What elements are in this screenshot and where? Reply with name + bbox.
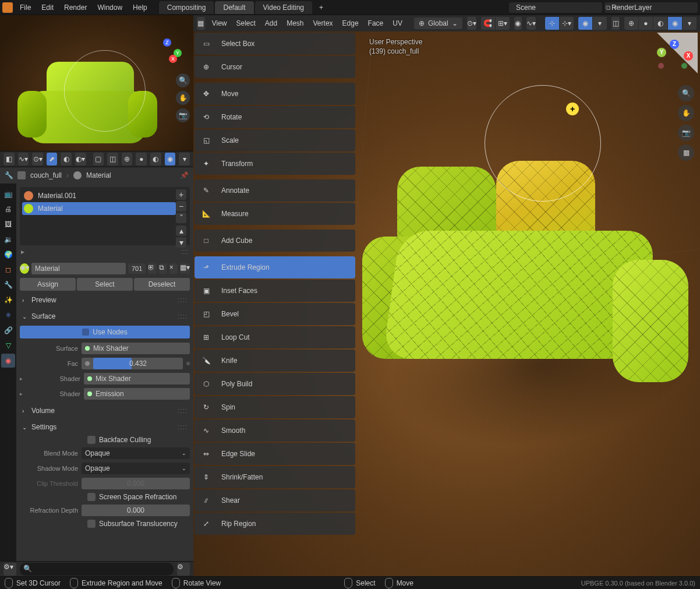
surface-panel-header[interactable]: ⌄ Surface :::: — [20, 309, 190, 323]
gizmo-options-icon[interactable]: ⊹▾ — [560, 17, 574, 30]
axis-x-icon[interactable]: X — [684, 51, 693, 61]
breadcrumb-object[interactable]: couch_full — [30, 171, 62, 179]
add-workspace-button[interactable]: + — [313, 1, 329, 14]
shading-solid-icon[interactable]: ● — [639, 17, 653, 30]
mode-dropdown-icon[interactable]: ∿▾ — [18, 153, 29, 165]
camera-view-icon[interactable]: 📷 — [176, 108, 190, 122]
axis-neg-icon[interactable] — [658, 63, 664, 69]
snap-options-icon[interactable]: ⊞▾ — [496, 17, 510, 30]
viewport-menu-face[interactable]: Face — [366, 19, 386, 27]
tab-data-icon[interactable]: ▽ — [1, 338, 15, 352]
pivot-icon[interactable]: ⊙▾ — [32, 153, 43, 165]
axis-y-icon[interactable]: Y — [657, 48, 666, 57]
orientation-dropdown[interactable]: ⊕ Global ⌄ — [414, 17, 462, 29]
tool-scale[interactable]: ◱Scale — [195, 129, 355, 151]
viewport-menu-select[interactable]: Select — [234, 19, 257, 27]
surface-value[interactable]: Mix Shader — [82, 343, 190, 354]
tool-annotate[interactable]: ✎Annotate — [195, 179, 355, 202]
tool-select-box[interactable]: ▭Select Box — [195, 33, 355, 55]
viewport-menu-edge[interactable]: Edge — [340, 19, 361, 27]
menu-edit[interactable]: Edit — [41, 3, 54, 12]
ssr-checkbox[interactable] — [87, 493, 96, 501]
snap-icon[interactable]: ⬈ — [47, 153, 58, 165]
breadcrumb-material[interactable]: Material — [86, 171, 111, 179]
tool-bevel[interactable]: ◰Bevel — [195, 303, 355, 325]
pin-icon[interactable]: 📌 — [180, 171, 189, 179]
menu-file[interactable]: File — [20, 3, 31, 12]
shading-rendered-icon[interactable]: ◉ — [668, 17, 682, 30]
axis-z-icon[interactable]: Z — [163, 38, 171, 47]
tool-gizmo-circle-icon[interactable] — [485, 85, 601, 202]
tool-cursor[interactable]: ⊕Cursor — [195, 56, 355, 78]
viewport-menu-view[interactable]: View — [210, 19, 229, 27]
viewport-axis-gizmo[interactable]: Z Y X — [653, 36, 694, 77]
show-overlays-icon[interactable]: ◉ — [578, 17, 592, 30]
proportional-edit-icon[interactable]: ◉ — [514, 17, 522, 30]
tab-particles-icon[interactable]: ✨ — [1, 293, 15, 307]
workspace-tab-video-editing[interactable]: Video Editing — [255, 1, 313, 14]
axis-z-icon[interactable]: Z — [670, 40, 679, 49]
tab-material-icon[interactable]: ◉ — [1, 354, 15, 368]
tool-extrude-region[interactable]: ⬏Extrude Region — [195, 256, 355, 278]
tool-icon[interactable]: 🔧 — [5, 171, 13, 179]
delete-scene-icon[interactable]: × — [613, 3, 617, 12]
tool-rotate[interactable]: ⟲Rotate — [195, 106, 355, 128]
prop-edit-icon[interactable]: ◐ — [61, 153, 72, 165]
material-slot-item[interactable]: Material — [22, 202, 176, 215]
shading-matprev-icon[interactable]: ◐ — [150, 153, 161, 165]
move-slot-down-icon[interactable]: ▾ — [176, 237, 186, 248]
material-browse-icon[interactable]: ◉▾ — [20, 263, 29, 274]
tool-loop-cut[interactable]: ⊞Loop Cut — [195, 326, 355, 348]
editor-type-icon[interactable]: ▦ — [197, 17, 205, 30]
viewlayer-name-input[interactable] — [611, 3, 699, 12]
deselect-button[interactable]: Deselect — [134, 278, 190, 291]
snap-toggle-icon[interactable]: 🧲 — [481, 17, 495, 30]
shading-wireframe-icon[interactable]: ⊕ — [624, 17, 638, 30]
scene-selector[interactable]: ⧉ × — [509, 2, 602, 13]
scene-name-input[interactable] — [516, 3, 603, 12]
axis-x-icon[interactable]: X — [169, 55, 177, 63]
shading-dd-icon[interactable]: ▾ — [179, 153, 190, 165]
preview-panel-header[interactable]: › Preview :::: — [20, 293, 190, 307]
shading-options-icon[interactable]: ▾ — [683, 17, 697, 30]
options-icon[interactable]: ⚙ — [177, 563, 190, 576]
fake-user-icon[interactable]: ⛨ — [148, 263, 156, 274]
tab-viewlayer-icon[interactable]: 🖼 — [1, 217, 15, 231]
settings-panel-header[interactable]: ⌄ Settings :::: — [20, 420, 190, 434]
tool-shear[interactable]: ⫽Shear — [195, 489, 355, 512]
pan-icon[interactable]: ✋ — [678, 105, 694, 121]
zoom-icon[interactable]: 🔍 — [176, 73, 190, 87]
viewlayer-selector[interactable]: ⧉ × — [604, 2, 698, 13]
drag-dots-icon[interactable]: :::: — [181, 248, 189, 256]
animate-dot-icon[interactable] — [186, 362, 190, 365]
overlay1-icon[interactable]: ▢ — [93, 153, 104, 165]
tool-move[interactable]: ✥Move — [195, 83, 355, 105]
sss-checkbox[interactable] — [87, 520, 96, 528]
workspace-tab-default[interactable]: Default — [215, 1, 253, 14]
tool-shrink-fatten[interactable]: ⇕Shrink/Fatten — [195, 466, 355, 488]
expand-icon[interactable]: ▸ — [20, 376, 26, 382]
tool-spin[interactable]: ↻Spin — [195, 396, 355, 418]
expand-icon[interactable]: ▸ — [20, 391, 26, 397]
assign-button[interactable]: Assign — [20, 278, 76, 291]
zoom-icon[interactable]: 🔍 — [678, 85, 694, 101]
shader-value[interactable]: Emission — [84, 388, 190, 400]
overlay2-icon[interactable]: ◫ — [107, 153, 118, 165]
preview-axis-gizmo[interactable]: Z Y X — [153, 38, 182, 68]
select-button[interactable]: Select — [77, 278, 133, 291]
3d-viewport[interactable]: ▦ View Select Add Mesh Vertex Edge Face … — [193, 15, 700, 576]
unlink-material-icon[interactable]: × — [169, 263, 178, 274]
camera-icon[interactable]: 📷 — [678, 125, 694, 141]
pivot-icon[interactable]: ⊙▾ — [467, 17, 476, 30]
tool-knife[interactable]: 🔪Knife — [195, 350, 355, 372]
move-slot-up-icon[interactable]: ▴ — [176, 225, 186, 236]
viewport-menu-add[interactable]: Add — [263, 19, 280, 27]
overlay-options-icon[interactable]: ▾ — [593, 17, 607, 30]
tab-world-icon[interactable]: 🌍 — [1, 248, 15, 262]
viewport-menu-uv[interactable]: UV — [390, 19, 405, 27]
material-dd-icon[interactable]: ▦▾ — [180, 263, 190, 274]
new-scene-icon[interactable]: ⧉ — [606, 3, 611, 12]
menu-help[interactable]: Help — [133, 3, 147, 12]
blend-mode-dropdown[interactable]: Opaque⌄ — [82, 447, 190, 459]
menu-render[interactable]: Render — [64, 3, 87, 12]
